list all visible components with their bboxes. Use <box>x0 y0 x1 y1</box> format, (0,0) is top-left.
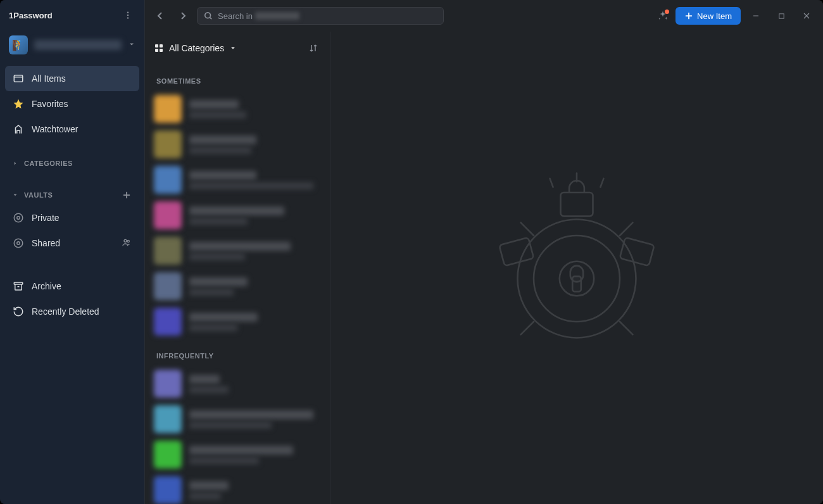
window-close[interactable] <box>796 7 817 25</box>
item-list[interactable]: SOMETIMESINFREQUENTLY <box>145 65 330 504</box>
svg-point-4 <box>14 213 23 222</box>
sidebar-item-watchtower[interactable]: Watchtower <box>5 117 139 142</box>
star-icon <box>13 98 24 110</box>
chevron-down-icon <box>229 44 237 52</box>
sidebar-section-categories: CATEGORIES <box>0 142 144 173</box>
app-menu-button[interactable] <box>120 8 135 23</box>
item-text <box>189 100 321 118</box>
list-item[interactable] <box>145 127 330 162</box>
vault-shared[interactable]: Shared <box>5 230 139 256</box>
all-items-icon <box>13 73 24 84</box>
list-item[interactable] <box>145 268 330 304</box>
item-title-redacted <box>189 171 256 180</box>
list-item[interactable] <box>145 91 330 127</box>
sidebar-header: 1Password <box>0 0 144 30</box>
item-icon <box>154 370 182 398</box>
list-item[interactable] <box>145 401 330 437</box>
vault-icon <box>13 212 24 224</box>
vault-icon <box>13 237 24 249</box>
svg-rect-13 <box>155 44 158 47</box>
item-title-redacted <box>189 313 258 322</box>
restore-icon <box>13 306 24 317</box>
account-avatar: 🧗 <box>9 35 28 54</box>
list-item[interactable] <box>145 366 330 401</box>
window-maximize[interactable] <box>771 7 791 25</box>
svg-rect-22 <box>620 237 655 266</box>
new-item-button[interactable]: New Item <box>675 7 741 25</box>
item-title-redacted <box>189 135 256 144</box>
search-input[interactable]: Search in <box>197 7 444 25</box>
sidebar-item-label: All Items <box>32 73 66 84</box>
item-icon <box>154 405 182 433</box>
category-filter[interactable]: All Categories <box>154 43 237 53</box>
add-vault-button[interactable] <box>120 189 133 201</box>
forward-button[interactable] <box>174 7 192 25</box>
svg-rect-3 <box>14 75 23 82</box>
item-subtitle-redacted <box>189 324 237 331</box>
content-body: All Categories SOMETIMESINFREQUENTLY <box>145 32 823 504</box>
back-button[interactable] <box>151 7 169 25</box>
empty-vault-illustration <box>469 160 684 375</box>
item-title-redacted <box>189 410 313 419</box>
item-icon <box>154 95 182 123</box>
category-label: All Categories <box>169 43 224 53</box>
svg-rect-21 <box>499 237 534 266</box>
item-text <box>189 206 321 225</box>
list-item[interactable] <box>145 304 330 339</box>
svg-rect-14 <box>160 44 163 47</box>
section-label: CATEGORIES <box>24 160 73 167</box>
window-minimize[interactable] <box>746 7 766 25</box>
sidebar-item-all-items[interactable]: All Items <box>5 66 139 91</box>
list-item[interactable] <box>145 233 330 268</box>
svg-point-1 <box>127 15 129 16</box>
list-item[interactable] <box>145 437 330 472</box>
sidebar-section-bottom: Archive Recently Deleted <box>0 262 144 324</box>
sidebar-item-recently-deleted[interactable]: Recently Deleted <box>5 299 139 324</box>
grid-icon <box>154 43 164 53</box>
item-icon <box>154 130 182 158</box>
item-text <box>189 135 321 154</box>
item-text <box>189 171 321 189</box>
vault-label: Shared <box>32 238 60 248</box>
vault-private[interactable]: Private <box>5 205 139 230</box>
item-text <box>189 242 321 260</box>
categories-toggle[interactable]: CATEGORIES <box>5 153 139 173</box>
item-icon <box>154 201 182 229</box>
shared-people-icon <box>122 237 132 249</box>
chevron-down-icon <box>128 41 135 50</box>
account-switcher[interactable]: 🧗 <box>0 30 144 66</box>
sidebar-item-favorites[interactable]: Favorites <box>5 91 139 117</box>
chevron-right-icon <box>11 160 19 167</box>
search-placeholder: Search in <box>218 11 299 21</box>
list-item[interactable] <box>145 198 330 233</box>
search-scope-redacted <box>255 12 299 20</box>
svg-point-6 <box>14 239 23 248</box>
new-item-label: New Item <box>697 11 732 21</box>
sidebar-item-label: Watchtower <box>32 124 78 134</box>
svg-point-7 <box>17 242 20 245</box>
svg-point-2 <box>127 17 129 18</box>
section-label: VAULTS <box>24 191 53 199</box>
svg-point-9 <box>127 240 129 242</box>
item-subtitle-redacted <box>189 289 234 296</box>
svg-rect-16 <box>160 49 163 52</box>
svg-point-0 <box>127 11 129 13</box>
watchtower-icon <box>13 123 24 135</box>
chevron-down-icon <box>11 192 19 198</box>
sidebar-nav: All Items Favorites Watchtower <box>0 66 144 142</box>
item-icon <box>154 308 182 336</box>
item-title-redacted <box>189 446 293 455</box>
notifications-button[interactable] <box>655 8 670 23</box>
list-item[interactable] <box>145 472 330 504</box>
sidebar: 1Password 🧗 All Items F <box>0 0 145 504</box>
list-item[interactable] <box>145 162 330 198</box>
item-icon <box>154 272 182 300</box>
vaults-toggle[interactable]: VAULTS <box>5 185 139 205</box>
svg-point-11 <box>205 13 211 18</box>
item-subtitle-redacted <box>189 386 229 393</box>
sidebar-item-archive[interactable]: Archive <box>5 274 139 299</box>
vertical-dots-icon <box>123 11 132 20</box>
list-header: All Categories <box>145 32 330 65</box>
sort-button[interactable] <box>306 41 321 56</box>
app-title: 1Password <box>9 11 53 20</box>
